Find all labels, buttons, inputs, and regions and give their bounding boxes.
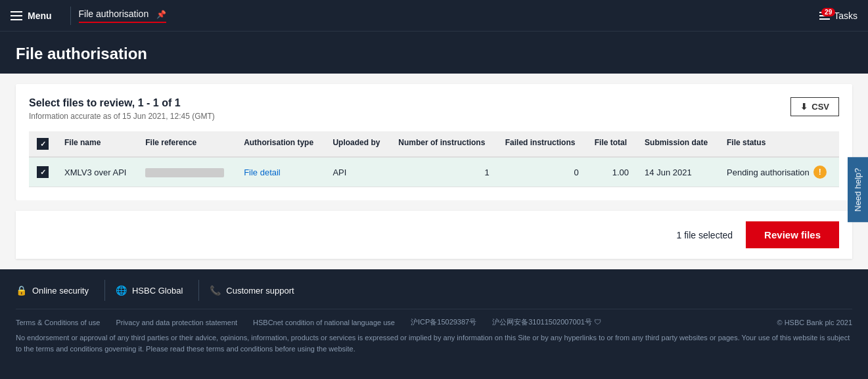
page-header: File authorisation	[0, 32, 868, 74]
row-file-total: 1.00	[587, 157, 637, 187]
csv-label: CSV	[811, 102, 829, 112]
footer-hsbc-global[interactable]: 🌐 HSBC Global	[105, 280, 199, 301]
actions-card: 1 file selected Review files	[16, 211, 852, 259]
status-wrap: Pending authorisation !	[727, 166, 831, 179]
row-file-reference	[137, 157, 236, 187]
row-uploaded-by: API	[325, 157, 390, 187]
customer-support-label: Customer support	[226, 286, 294, 296]
row-file-status: Pending authorisation !	[719, 157, 839, 187]
header-file-status: File status	[719, 131, 839, 157]
file-authorisation-tab[interactable]: File authorisation 📌	[79, 9, 167, 23]
terms-link[interactable]: Terms & Conditions of use	[16, 319, 100, 326]
footer: 🔒 Online security 🌐 HSBC Global 📞 Custom…	[0, 269, 868, 365]
need-help-tab[interactable]: Need help?	[848, 157, 868, 222]
need-help-label: Need help?	[853, 167, 863, 212]
row-auth-type[interactable]: File detail	[236, 157, 325, 187]
bottom-section: 1 file selected Review files	[0, 200, 868, 269]
warning-icon: !	[813, 166, 827, 179]
copyright-text: © HSBC Bank plc 2021	[777, 319, 853, 326]
globe-icon: 🌐	[116, 285, 127, 296]
header-auth-type: Authorisation type	[236, 131, 325, 157]
download-icon: ⬇	[800, 102, 808, 112]
files-table: File name File reference Authorisation t…	[29, 131, 839, 187]
row-checkbox[interactable]	[37, 166, 49, 178]
nav-divider	[70, 7, 71, 25]
card-title: Select files to review, 1 - 1 of 1	[29, 97, 215, 109]
row-num-instructions: 1	[390, 157, 497, 187]
lock-icon: 🔒	[16, 285, 27, 296]
select-all-checkbox[interactable]	[37, 138, 49, 150]
footer-disclaimer: No endorsement or approval of any third …	[16, 332, 852, 354]
header-file-reference: File reference	[137, 131, 236, 157]
phone-icon: 📞	[210, 285, 221, 296]
pin-icon[interactable]: 📌	[156, 10, 166, 19]
icp-link[interactable]: 沪ICP备15029387号	[411, 317, 476, 327]
security-link[interactable]: 沪公网安备31011502007001号 🛡	[492, 317, 601, 327]
redacted-reference	[145, 168, 224, 177]
header-uploaded-by: Uploaded by	[325, 131, 390, 157]
main-wrapper: Select files to review, 1 - 1 of 1 Infor…	[0, 74, 868, 200]
menu-label: Menu	[28, 11, 52, 21]
online-security-label: Online security	[32, 286, 89, 296]
page-title: File authorisation	[16, 45, 852, 63]
header-file-name: File name	[57, 131, 137, 157]
footer-legal: Terms & Conditions of use Privacy and da…	[16, 317, 852, 327]
card-subtitle: Information accurate as of 15 Jun 2021, …	[29, 112, 215, 121]
footer-customer-support[interactable]: 📞 Customer support	[199, 280, 309, 301]
tasks-icon-wrap: 29	[819, 12, 830, 20]
row-failed-instructions: 0	[497, 157, 587, 187]
hamburger-icon	[11, 11, 22, 20]
footer-online-security[interactable]: 🔒 Online security	[16, 280, 105, 301]
card-header: Select files to review, 1 - 1 of 1 Infor…	[29, 97, 839, 121]
table-row: XMLV3 over API File detail API 1 0 1.00 …	[29, 157, 839, 187]
tasks-button[interactable]: 29 Tasks	[819, 11, 857, 21]
header-submission-date: Submission date	[637, 131, 719, 157]
menu-button[interactable]: Menu	[11, 11, 62, 21]
card-header-text: Select files to review, 1 - 1 of 1 Infor…	[29, 97, 215, 121]
status-text: Pending authorisation	[727, 167, 810, 177]
hsbc-global-label: HSBC Global	[132, 286, 183, 296]
header-file-total: File total	[587, 131, 637, 157]
row-submission-date: 14 Jun 2021	[637, 157, 719, 187]
footer-links: 🔒 Online security 🌐 HSBC Global 📞 Custom…	[16, 280, 852, 309]
row-file-name: XMLV3 over API	[57, 157, 137, 187]
row-checkbox-cell	[29, 157, 57, 187]
top-nav: Menu File authorisation 📌 29 Tasks	[0, 0, 868, 32]
condition-link[interactable]: HSBCnet condition of national language u…	[253, 319, 395, 326]
header-failed-instructions: Failed instructions	[497, 131, 587, 157]
files-selected-text: 1 file selected	[677, 230, 733, 240]
review-files-button[interactable]: Review files	[746, 221, 839, 248]
files-card: Select files to review, 1 - 1 of 1 Infor…	[16, 84, 852, 200]
tasks-label: Tasks	[834, 11, 857, 21]
header-checkbox-col	[29, 131, 57, 157]
header-num-instructions: Number of instructions	[390, 131, 497, 157]
csv-button[interactable]: ⬇ CSV	[790, 97, 839, 116]
table-header-row: File name File reference Authorisation t…	[29, 131, 839, 157]
privacy-link[interactable]: Privacy and data protection statement	[116, 319, 237, 326]
tasks-badge: 29	[821, 8, 835, 16]
